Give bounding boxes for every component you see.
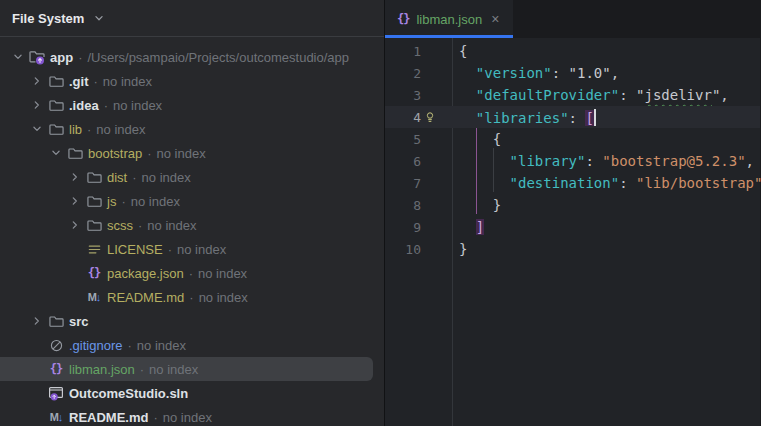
note-separator: · [94,74,98,89]
chevron-down-icon[interactable] [29,121,45,137]
note-separator: · [168,242,172,257]
code-line-3: 3 "defaultProvider": "jsdelivr", [385,84,760,106]
tree-row-.gitignore[interactable]: .gitignore·no index [0,333,384,357]
note-separator: · [87,122,91,137]
chevron-down-icon[interactable] [92,11,106,25]
editor-tab-libman-json[interactable]: {} libman.json × [385,0,513,38]
text-file-icon [86,241,102,257]
editor-panel: {} libman.json × 1{2 "version": "1.0",3 … [385,0,760,426]
chevron-right-icon[interactable] [29,97,45,113]
tab-label: libman.json [416,12,482,27]
file-name: src [69,314,89,329]
tree-row-.git[interactable]: .git·no index [0,69,384,93]
markdown-icon: M↓ [48,409,64,425]
text-caret [594,109,596,126]
file-name: .idea [69,98,99,113]
chevron-down-icon[interactable] [48,145,64,161]
file-name: lib [69,122,82,137]
code-line-text: "destination": "lib/bootstrap" [459,175,761,191]
folder-icon [86,217,102,233]
markdown-icon: M↓ [86,289,102,305]
index-note: no index [131,194,180,209]
line-number: 7 [385,176,421,191]
chevron-down-icon[interactable] [10,49,26,65]
tree-row-js[interactable]: js·no index [0,189,384,213]
chevron-spacer [29,337,45,353]
tree-row-readme.md[interactable]: M↓README.md·no index [0,285,384,309]
chevron-right-icon[interactable] [67,217,83,233]
chevron-spacer [67,289,83,305]
chevron-spacer [67,265,83,281]
note-separator: · [147,146,151,161]
note-separator: · [121,194,125,209]
tree-row-scss[interactable]: scss·no index [0,213,384,237]
tree-row-app[interactable]: app·/Users/psampaio/Projects/outcomestud… [0,45,384,69]
code-line-6: 6 "library": "bootstrap@5.2.3", [385,150,760,172]
chevron-spacer [29,361,45,377]
tree-row-.idea[interactable]: .idea·no index [0,93,384,117]
code-editor[interactable]: 1{2 "version": "1.0",3 "defaultProvider"… [385,38,760,426]
tree-row-lib[interactable]: lib·no index [0,117,384,141]
tree-row-bootstrap[interactable]: bootstrap·no index [0,141,384,165]
chevron-spacer [67,241,83,257]
file-name: README.md [69,410,148,425]
chevron-right-icon[interactable] [29,313,45,329]
line-number: 10 [385,242,421,257]
code-line-4: 4 "libraries": [ [385,106,760,128]
chevron-right-icon[interactable] [67,169,83,185]
note-separator: · [189,266,193,281]
folder-icon [48,313,64,329]
panel-title: File System [12,11,84,26]
index-note: no index [96,122,145,137]
index-note: /Users/psampaio/Projects/outcomestudio/a… [87,50,349,65]
code-line-text: } [459,197,501,213]
index-note: no index [198,266,247,281]
file-name: js [107,194,116,209]
line-number: 6 [385,154,421,169]
line-number: 8 [385,198,421,213]
tab-close-icon[interactable]: × [489,11,501,27]
code-line-text: { [459,43,467,59]
code-line-text: } [459,241,467,257]
tree-row-outcomestudio.sln[interactable]: OutcomeStudio.sln [0,381,384,405]
tree-row-src[interactable]: src [0,309,384,333]
chevron-right-icon[interactable] [67,193,83,209]
file-name: libman.json [69,362,135,377]
note-separator: · [189,290,193,305]
ignore-icon [48,337,64,353]
code-line-text: "defaultProvider": "jsdelivr", [459,87,729,103]
code-line-text: "library": "bootstrap@5.2.3", [459,153,754,169]
file-name: LICENSE [107,242,163,257]
code-line-1: 1{ [385,40,760,62]
json-braces-icon: {} [397,12,409,26]
code-line-7: 7 "destination": "lib/bootstrap" [385,172,760,194]
note-separator: · [78,50,82,65]
intention-lightbulb-icon[interactable] [423,110,437,127]
folder-icon [86,169,102,185]
tree-row-package.json[interactable]: {}package.json·no index [0,261,384,285]
tree-row-dist[interactable]: dist·no index [0,165,384,189]
code-line-text: "version": "1.0", [459,65,619,81]
code-line-5: 5 { [385,128,760,150]
file-name: dist [107,170,127,185]
file-name: README.md [107,290,184,305]
index-note: no index [142,170,191,185]
file-name: package.json [107,266,184,281]
code-line-2: 2 "version": "1.0", [385,62,760,84]
folder-icon [48,73,64,89]
ide-window: File System app·/Users/psampaio/Projects… [0,0,761,426]
index-note: no index [149,362,198,377]
tree-row-readme.md[interactable]: M↓README.md·no index [0,405,384,426]
tree-row-libman.json[interactable]: {}libman.json·no index [0,357,373,381]
code-line-10: 10} [385,238,760,260]
file-system-panel: File System app·/Users/psampaio/Projects… [0,0,385,426]
solution-icon [48,385,64,401]
note-separator: · [138,218,142,233]
json-braces-icon: {} [86,265,102,281]
folder-icon [48,121,64,137]
chevron-right-icon[interactable] [29,73,45,89]
line-number: 9 [385,220,421,235]
note-separator: · [140,362,144,377]
file-name: scss [107,218,133,233]
tree-row-license[interactable]: LICENSE·no index [0,237,384,261]
